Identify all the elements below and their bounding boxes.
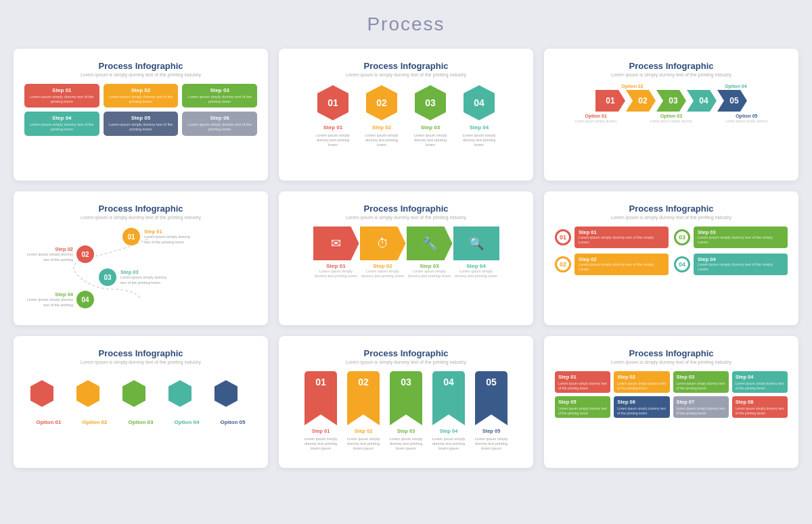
bookmark-1: 01 Step 01 Lorem ipsum simply dummy text… (302, 371, 340, 451)
large-hex-1: 01 Option 01 (29, 371, 68, 425)
card-1-steps: Step 01 Lorem ipsum simply dummy text of… (24, 84, 257, 136)
cards-grid: Process Infographic Lorem ipsum is simpl… (14, 49, 798, 468)
icon-arrow-2: ⏱ Step 02 Lorem ipsum simply dummy text … (360, 227, 406, 279)
eight-step-4: Step 04 Lorem ipsum simply dummy text of… (732, 371, 788, 393)
hex-item-4: 04 Step 04 Lorem ipsum simply dummy text… (459, 84, 499, 147)
large-hex-2: 02 Option 02 (75, 371, 114, 425)
card-4: Process Infographic Lorem ipsum is simpl… (14, 191, 268, 325)
bookmark-4: 04 Step 04 Lorem ipsum simply dummy text… (430, 371, 468, 451)
eight-step-8: Step 08 Lorem ipsum simply dummy text of… (732, 396, 788, 418)
tc-step-1: 01 Step 01 Lorem ipsum simply dummy text… (555, 227, 669, 248)
card-3-sub: Lorem ipsum is simply dummy text of the … (555, 72, 788, 77)
eight-step-2: Step 02 Lorem ipsum simply dummy text of… (614, 371, 669, 393)
card-8-title: Process Infographic (290, 348, 522, 358)
eight-step-6: Step 06 Lorem ipsum simply dummy text of… (614, 396, 669, 418)
step-box-3: Step 03 Lorem ipsum simply dummy text of… (182, 84, 257, 108)
eight-step-3: Step 03 Lorem ipsum simply dummy text of… (673, 371, 729, 393)
card-4-sub: Lorem ipsum is simply dummy text of the … (24, 215, 257, 220)
card-7-hexagons: 01 Option 01 02 Option 02 03 Option 03 (24, 371, 257, 425)
above-label-1: Option 02 (621, 84, 643, 89)
card-9-sub: Lorem ipsum is simply dummy text of the … (555, 360, 788, 364)
bookmark-3: 03 Step 03 Lorem ipsum simply dummy text… (388, 371, 425, 451)
icon-arrow-3: 🔧 Step 03 Lorem ipsum simply dummy text … (407, 227, 453, 279)
hex-shape-1: 01 (316, 84, 350, 122)
card-9: Process Infographic Lorem ipsum is simpl… (544, 336, 798, 468)
svg-marker-6 (122, 380, 145, 406)
card-8-sub: Lorem ipsum is simply dummy text of the … (290, 360, 522, 364)
card-2-title: Process Infographic (290, 61, 522, 71)
card-5-sub: Lorem ipsum is simply dummy text of the … (290, 215, 522, 220)
card-3: Process Infographic Lorem ipsum is simpl… (544, 49, 798, 181)
step-box-2: Step 02 Lorem ipsum simply dummy text of… (104, 84, 179, 108)
arrow-4: 04 (687, 90, 717, 112)
card-5-title: Process Infographic (290, 204, 522, 214)
below-label-3: Option 05Lorem ipsum simply dummy (725, 114, 767, 123)
step-box-5: Step 05 Lorem ipsum simply dummy text of… (104, 112, 179, 135)
card-7-title: Process Infographic (24, 348, 257, 358)
hex-item-2: 02 Step 02 Lorem ipsum simply dummy text… (361, 84, 402, 147)
below-label-1: Option 01Lorem ipsum simply dummy (575, 114, 617, 123)
hex-shape-2: 02 (365, 84, 399, 122)
page-title: Process (14, 14, 798, 35)
card-6: Process Infographic Lorem ipsum is simpl… (544, 191, 798, 325)
arrow-row: 01 02 03 04 05 (555, 90, 788, 112)
step-box-1: Step 01 Lorem ipsum simply dummy text of… (24, 84, 99, 108)
large-hex-4: 04 Option 04 (167, 371, 206, 425)
card-1: Process Infographic Lorem ipsum is simpl… (14, 49, 268, 181)
eight-step-5: Step 05 Lorem ipsum simply dummy text of… (555, 396, 610, 418)
hex-item-1: 01 Step 01 Lorem ipsum simply dummy text… (313, 84, 353, 147)
card-6-title: Process Infographic (555, 204, 788, 214)
card-9-title: Process Infographic (555, 348, 788, 358)
bookmark-row: 01 Step 01 Lorem ipsum simply dummy text… (290, 371, 522, 451)
card-3-title: Process Infographic (555, 61, 788, 71)
arrow-3: 03 (656, 90, 686, 112)
below-label-2: Option 03Lorem ipsum simply dummy (650, 114, 692, 123)
large-hex-5: 05 Option 05 (213, 371, 252, 425)
node-2: 02 Step 02 Lorem ipsum simply dummy text… (26, 245, 94, 263)
card-5: Process Infographic Lorem ipsum is simpl… (279, 191, 533, 325)
card-7-sub: Lorem ipsum is simply dummy text of the … (24, 360, 257, 364)
hex-shape-3: 03 (413, 84, 447, 122)
hex-shape-4: 04 (462, 84, 496, 122)
arrow-5: 05 (717, 90, 747, 112)
card-2: Process Infographic Lorem ipsum is simpl… (279, 49, 533, 181)
node-4: 04 Step 04 Lorem ipsum simply dummy text… (26, 291, 94, 308)
node-1: 01 Step 01 Lorem ipsum simply dummy text… (122, 228, 191, 245)
spiral-area: 01 Step 01 Lorem ipsum simply dummy text… (24, 227, 257, 314)
svg-marker-5 (76, 380, 99, 406)
icon-arrow-1: ✉ Step 01 Lorem ipsum simply dummy text … (313, 227, 359, 279)
svg-marker-7 (168, 380, 191, 406)
node-3: 03 Step 03 Lorem ipsum simply dummy text… (99, 268, 168, 286)
tc-step-3: 02 Step 02 Lorem ipsum simply dummy text… (555, 254, 669, 275)
card-7: Process Infographic Lorem ipsum is simpl… (14, 336, 268, 468)
eight-step-1: Step 01 Lorem ipsum simply dummy text of… (555, 371, 610, 393)
step-box-4: Step 04 Lorem ipsum simply dummy text of… (24, 112, 99, 135)
arrow-2: 02 (626, 90, 656, 112)
card-1-sub: Lorem ipsum is simply dummy text of the … (24, 72, 257, 77)
bookmark-2: 02 Step 02 Lorem ipsum simply dummy text… (345, 371, 382, 451)
card-2-sub: Lorem ipsum is simply dummy text of the … (290, 72, 522, 77)
large-hex-3: 03 Option 03 (121, 371, 160, 425)
above-label-2: Option 04 (725, 84, 746, 89)
svg-marker-4 (30, 380, 53, 406)
icon-arrows-row: ✉ Step 01 Lorem ipsum simply dummy text … (290, 227, 522, 279)
tc-step-2: 03 Step 03 Lorem ipsum simply dummy text… (674, 227, 788, 248)
eight-step-7: Step 07 Lorem ipsum simply dummy text of… (673, 396, 729, 418)
card-6-sub: Lorem ipsum is simply dummy text of the … (555, 215, 788, 220)
card-4-title: Process Infographic (24, 204, 257, 214)
svg-marker-8 (215, 380, 238, 406)
icon-arrow-4: 🔍 Step 04 Lorem ipsum simply dummy text … (453, 227, 499, 279)
arrow-1: 01 (595, 90, 625, 112)
hex-item-3: 03 Step 03 Lorem ipsum simply dummy text… (410, 84, 451, 147)
tc-step-4: 04 Step 04 Lorem ipsum simply dummy text… (674, 254, 788, 275)
eight-steps: Step 01 Lorem ipsum simply dummy text of… (555, 371, 788, 418)
bookmark-5: 05 Step 05 Lorem ipsum simply dummy text… (473, 371, 510, 451)
card-1-title: Process Infographic (24, 61, 257, 71)
card-2-hexagons: 01 Step 01 Lorem ipsum simply dummy text… (290, 84, 522, 147)
card-6-steps: 01 Step 01 Lorem ipsum simply dummy text… (555, 227, 788, 275)
step-box-6: Step 06 Lorem ipsum simply dummy text of… (182, 112, 257, 135)
card-8: Process Infographic Lorem ipsum is simpl… (279, 336, 533, 468)
